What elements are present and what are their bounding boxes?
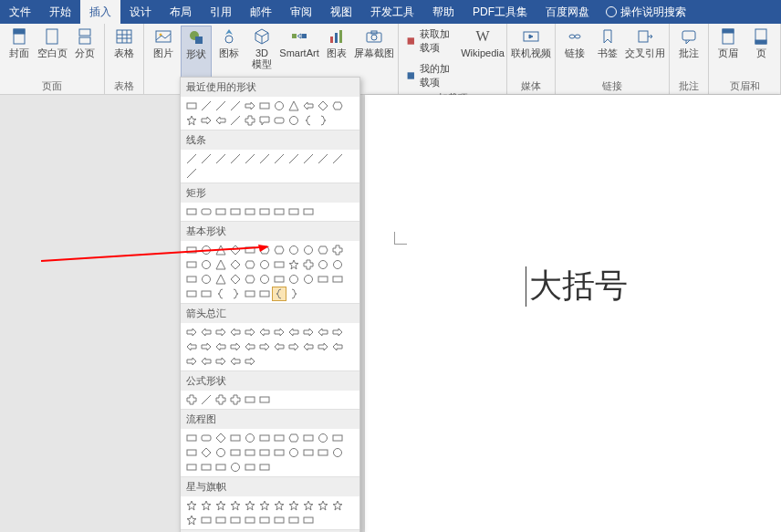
shape-line[interactable] — [316, 151, 330, 166]
shape-rect[interactable] — [257, 287, 272, 301]
document-page[interactable] — [365, 95, 781, 532]
shape-rect[interactable] — [257, 99, 272, 113]
shape-braceL[interactable] — [213, 287, 228, 301]
tab-references[interactable]: 引用 — [201, 0, 241, 24]
shape-arrR[interactable] — [228, 339, 243, 354]
online-video-button[interactable]: 联机视频 — [511, 26, 551, 78]
shape-rect[interactable] — [330, 272, 345, 287]
shape-arrR[interactable] — [199, 339, 213, 354]
shape-line[interactable] — [286, 151, 301, 166]
shape-rect[interactable] — [257, 204, 272, 219]
shape-arrL[interactable] — [213, 113, 228, 128]
shape-rect[interactable] — [199, 460, 213, 475]
shape-plus[interactable] — [228, 392, 243, 407]
shape-diam[interactable] — [228, 243, 243, 257]
shape-rect[interactable] — [272, 272, 286, 287]
shape-line[interactable] — [213, 99, 228, 113]
shape-tri[interactable] — [213, 243, 228, 257]
shape-arrR[interactable] — [243, 325, 257, 339]
tell-me-search[interactable]: 操作说明搜索 — [606, 5, 686, 20]
shape-rect[interactable] — [301, 204, 316, 219]
shape-rect[interactable] — [184, 204, 199, 219]
shape-circ[interactable] — [316, 431, 330, 445]
shape-plus[interactable] — [330, 243, 345, 257]
shape-arrR[interactable] — [257, 339, 272, 354]
shape-star[interactable] — [243, 498, 257, 513]
shape-star[interactable] — [199, 498, 213, 513]
shape-rect[interactable] — [184, 272, 199, 287]
shape-tri[interactable] — [213, 272, 228, 287]
shape-star[interactable] — [213, 498, 228, 513]
shape-rect[interactable] — [272, 513, 286, 527]
shape-line[interactable] — [228, 99, 243, 113]
shape-rect[interactable] — [272, 257, 286, 272]
shape-line[interactable] — [272, 151, 286, 166]
icons-button[interactable]: 图标 — [213, 26, 245, 78]
shape-circ[interactable] — [330, 445, 345, 460]
shape-arrL[interactable] — [330, 339, 345, 354]
shape-rect[interactable] — [316, 272, 330, 287]
tab-pdf[interactable]: PDF工具集 — [463, 0, 536, 24]
shape-star[interactable] — [286, 498, 301, 513]
shape-line[interactable] — [184, 151, 199, 166]
shape-star[interactable] — [301, 498, 316, 513]
shape-arrR[interactable] — [184, 325, 199, 339]
tab-help[interactable]: 帮助 — [423, 0, 463, 24]
tab-insert[interactable]: 插入 — [80, 0, 120, 24]
wikipedia-button[interactable]: W Wikipedia — [463, 26, 503, 78]
shape-hex[interactable] — [286, 431, 301, 445]
shape-rect[interactable] — [243, 445, 257, 460]
shape-circ[interactable] — [199, 257, 213, 272]
shape-rrect[interactable] — [199, 431, 213, 445]
tab-review[interactable]: 审阅 — [281, 0, 321, 24]
link-button[interactable]: 链接 — [559, 26, 590, 78]
blank-page-button[interactable]: 空白页 — [36, 26, 68, 78]
shape-line[interactable] — [184, 166, 199, 181]
shape-rect[interactable] — [184, 445, 199, 460]
shape-braceR[interactable] — [316, 113, 330, 128]
shape-hex[interactable] — [316, 243, 330, 257]
shape-rect[interactable] — [257, 445, 272, 460]
shape-call[interactable] — [257, 113, 272, 128]
shape-diam[interactable] — [228, 272, 243, 287]
shape-rect[interactable] — [213, 513, 228, 527]
shape-circ[interactable] — [257, 272, 272, 287]
tab-mailings[interactable]: 邮件 — [241, 0, 281, 24]
table-button[interactable]: 表格 — [109, 26, 140, 78]
shape-circ[interactable] — [228, 460, 243, 475]
shape-rect[interactable] — [301, 431, 316, 445]
shape-plus[interactable] — [184, 392, 199, 407]
shape-rect[interactable] — [301, 513, 316, 527]
shape-rect[interactable] — [272, 431, 286, 445]
shape-plus[interactable] — [243, 113, 257, 128]
shape-circ[interactable] — [316, 257, 330, 272]
shape-arrL[interactable] — [286, 325, 301, 339]
3d-models-button[interactable]: 3D 模型 — [246, 26, 277, 78]
smartart-button[interactable]: SmartArt — [279, 26, 319, 78]
shape-rect[interactable] — [257, 460, 272, 475]
shape-line[interactable] — [213, 151, 228, 166]
shape-arrR[interactable] — [199, 113, 213, 128]
shape-rect[interactable] — [213, 204, 228, 219]
shape-arrR[interactable] — [243, 354, 257, 369]
shape-arrL[interactable] — [257, 325, 272, 339]
shape-hex[interactable] — [272, 243, 286, 257]
shape-line[interactable] — [257, 151, 272, 166]
shape-rect[interactable] — [228, 431, 243, 445]
shape-line[interactable] — [243, 151, 257, 166]
tab-layout[interactable]: 布局 — [161, 0, 201, 24]
shape-star[interactable] — [286, 257, 301, 272]
shape-arrR[interactable] — [213, 354, 228, 369]
shape-arrL[interactable] — [199, 325, 213, 339]
shape-star[interactable] — [257, 498, 272, 513]
tab-file[interactable]: 文件 — [0, 0, 40, 24]
shape-line[interactable] — [301, 151, 316, 166]
shape-rect[interactable] — [199, 287, 213, 301]
shape-rect[interactable] — [243, 513, 257, 527]
shape-rect[interactable] — [243, 204, 257, 219]
shape-circ[interactable] — [286, 243, 301, 257]
shape-circ[interactable] — [257, 257, 272, 272]
shape-braceL[interactable] — [272, 287, 286, 301]
shape-arrL[interactable] — [316, 325, 330, 339]
shape-arrR[interactable] — [330, 325, 345, 339]
